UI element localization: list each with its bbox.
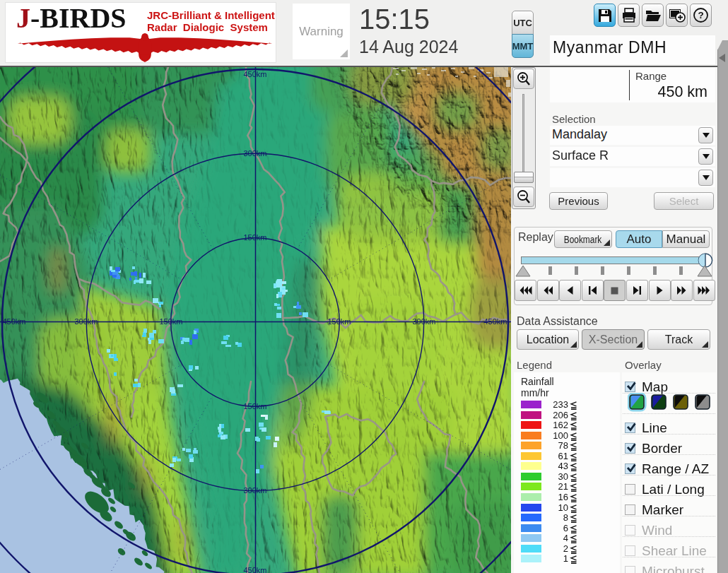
- svg-text:300km: 300km: [243, 486, 266, 495]
- svg-text:150km: 150km: [159, 317, 182, 326]
- svg-text:300km: 300km: [74, 317, 98, 326]
- svg-text:150km: 150km: [243, 233, 266, 242]
- svg-text:300km: 300km: [243, 149, 266, 158]
- svg-text:450km: 450km: [483, 317, 507, 326]
- svg-text:450km: 450km: [2, 317, 25, 326]
- svg-text:450km: 450km: [243, 70, 266, 78]
- svg-text:150km: 150km: [327, 317, 351, 326]
- svg-text:150km: 150km: [243, 402, 266, 410]
- svg-text:300km: 300km: [412, 317, 435, 326]
- svg-text:?: ?: [698, 10, 703, 20]
- svg-text:450km: 450km: [243, 566, 266, 573]
